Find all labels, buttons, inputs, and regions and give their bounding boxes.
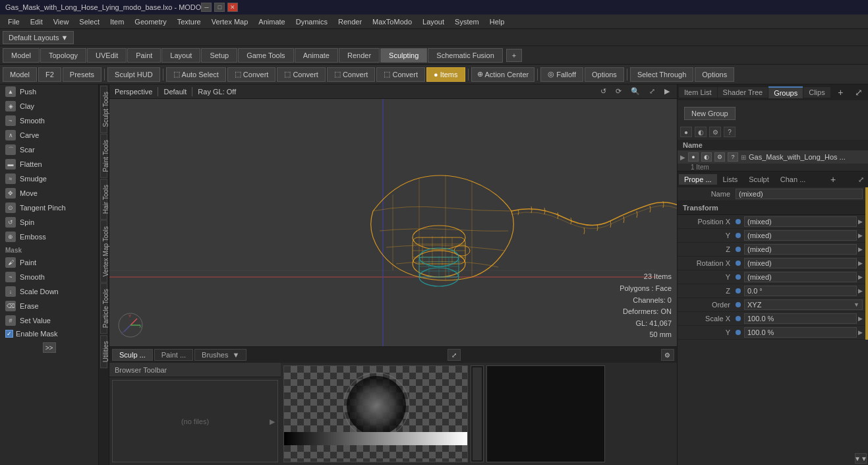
tab-lists[interactable]: Lists — [718, 174, 743, 185]
prop-pos-x-value[interactable]: (mixed) — [744, 216, 857, 227]
tab-item-list[interactable]: Item List — [679, 87, 717, 98]
menu-maxtomodo[interactable]: MaxToModo — [367, 16, 417, 27]
tab-layout[interactable]: Layout — [161, 48, 200, 63]
vp-icon1[interactable]: ↺ — [598, 87, 608, 96]
expand-tools-button[interactable]: >> — [43, 342, 56, 353]
settings-tab-button[interactable]: ⚙ — [661, 349, 674, 361]
menu-geometry[interactable]: Geometry — [129, 16, 171, 27]
tab-clips[interactable]: Clips — [803, 87, 830, 98]
side-tab-paint[interactable]: Paint Tools — [100, 134, 107, 178]
tool-spin[interactable]: ↺ Spin — [0, 215, 98, 230]
prop-order-value[interactable]: XYZ ▼ — [744, 299, 863, 310]
group-vis-btn4[interactable]: ? — [728, 152, 738, 162]
tab-sculpting[interactable]: Sculpting — [380, 48, 427, 63]
group-icon-btn2[interactable]: ◐ — [695, 127, 707, 137]
viewport[interactable]: Perspective Default Ray GL: Off ↺ ⟳ 🔍 ⤢ … — [109, 84, 677, 346]
close-button[interactable]: ✕ — [227, 3, 238, 12]
group-icon-btn1[interactable]: ● — [680, 127, 692, 137]
tool-push[interactable]: ▲ Push — [0, 84, 98, 99]
group-vis-btn1[interactable]: ● — [688, 152, 699, 162]
tool-set-value[interactable]: # Set Value — [0, 313, 98, 328]
vp-icon3[interactable]: 🔍 — [629, 87, 642, 96]
side-tab-vertexmap[interactable]: Vertex Map Tools — [100, 220, 107, 283]
model-button[interactable]: Model — [3, 67, 37, 82]
menu-select[interactable]: Select — [74, 16, 105, 27]
group-icon-btn3[interactable]: ⚙ — [709, 127, 721, 137]
default-layouts-button[interactable]: Default Layouts ▼ — [3, 31, 74, 44]
mask-smooth[interactable]: ~ Smooth — [0, 270, 98, 284]
tab-groups[interactable]: Groups — [768, 86, 803, 98]
prop-scale-x-value[interactable]: 100.0 % — [744, 313, 857, 324]
prop-name-value[interactable]: (mixed) — [736, 189, 863, 199]
tool-carve[interactable]: ∧ Carve — [0, 128, 98, 142]
vp-icon4[interactable]: ⤢ — [647, 87, 657, 96]
tab-model[interactable]: Model — [3, 48, 40, 63]
tool-clay[interactable]: ◈ Clay — [0, 99, 98, 113]
prop-rot-y-value[interactable]: (mixed) — [744, 272, 857, 282]
add-props-tab-icon[interactable]: + — [828, 174, 838, 185]
prop-pos-y-value[interactable]: (mixed) — [744, 230, 857, 241]
side-tab-sculpt[interactable]: Sculpt Tools — [100, 86, 107, 133]
enable-mask-checkbox[interactable]: ✓ — [5, 330, 13, 338]
side-tab-particle[interactable]: Particle Tools — [100, 283, 107, 334]
mask-paint[interactable]: 🖌 Paint — [0, 255, 98, 270]
group-vis-btn2[interactable]: ◐ — [701, 152, 712, 162]
menu-view[interactable]: View — [48, 16, 74, 27]
convert-btn3[interactable]: ⬚ Convert — [327, 67, 376, 82]
menu-layout[interactable]: Layout — [417, 16, 449, 27]
tab-uvedit[interactable]: UVEdit — [87, 48, 127, 63]
minimize-button[interactable]: ─ — [201, 3, 212, 12]
menu-item[interactable]: Item — [105, 16, 129, 27]
tool-move[interactable]: ✥ Move — [0, 186, 98, 201]
maximize-button[interactable]: □ — [214, 3, 225, 12]
tab-sculpt[interactable]: Sculpt — [743, 174, 774, 185]
convert-btn2[interactable]: ⬚ Convert — [277, 67, 326, 82]
expand-arrow-icon[interactable]: ▶ — [680, 154, 685, 161]
new-group-button[interactable]: New Group — [684, 107, 736, 120]
expand-panel-icon[interactable]: ⤢ — [851, 86, 867, 99]
tab-topology[interactable]: Topology — [40, 48, 86, 63]
falloff-btn[interactable]: ◎ Falloff — [540, 67, 583, 82]
auto-select-btn[interactable]: ⬚ Auto Select — [166, 67, 226, 82]
tab-chan[interactable]: Chan ... — [775, 174, 811, 185]
tool-erase[interactable]: ⌫ Erase — [0, 299, 98, 313]
menu-edit[interactable]: Edit — [25, 16, 48, 27]
prop-scale-y-value[interactable]: 100.0 % — [744, 327, 857, 338]
tab-paint[interactable]: Paint — [127, 48, 161, 63]
tool-smudge[interactable]: ≈ Smudge — [0, 171, 98, 186]
tool-flatten[interactable]: ▬ Flatten — [0, 157, 98, 171]
menu-animate[interactable]: Animate — [253, 16, 290, 27]
prop-pos-z-value[interactable]: (mixed) — [744, 244, 857, 255]
tab-render[interactable]: Render — [339, 48, 380, 63]
side-tab-utilities[interactable]: Utilities — [100, 335, 107, 368]
mask-scale-down[interactable]: ↓ Scale Down — [0, 284, 98, 299]
options-btn1[interactable]: Options — [585, 67, 624, 82]
group-icon-btn4[interactable]: ? — [724, 127, 736, 137]
convert-btn4[interactable]: ⬚ Convert — [376, 67, 425, 82]
select-through-btn[interactable]: Select Through — [630, 67, 693, 82]
sculpt-hud-btn[interactable]: Sculpt HUD — [107, 67, 159, 82]
side-tab-hair[interactable]: Hair Tools — [100, 179, 107, 220]
sculpt-tab-paint[interactable]: Paint ... — [154, 349, 193, 361]
tool-tangent-pinch[interactable]: ⊙ Tangent Pinch — [0, 201, 98, 215]
enable-mask-toggle[interactable]: ✓ Enable Mask — [0, 328, 98, 340]
scroll-down-button[interactable]: ▼▼ — [855, 453, 867, 464]
tool-emboss[interactable]: ⊕ Emboss — [0, 230, 98, 244]
prop-rot-x-value[interactable]: (mixed) — [744, 258, 857, 268]
menu-help[interactable]: Help — [484, 16, 510, 27]
tool-smooth[interactable]: ~ Smooth — [0, 113, 98, 128]
scrollbar-track[interactable] — [473, 367, 482, 460]
expand-props-icon[interactable]: ⤢ — [855, 175, 867, 184]
add-tab-icon[interactable]: + — [834, 86, 847, 99]
convert-btn1[interactable]: ⬚ Convert — [227, 67, 276, 82]
tab-schematic[interactable]: Schematic Fusion — [428, 48, 502, 63]
vp-icon5[interactable]: ▶ — [662, 87, 672, 96]
presets-button[interactable]: Presets — [63, 67, 101, 82]
menu-dynamics[interactable]: Dynamics — [291, 16, 333, 27]
tab-properties[interactable]: Prope ... — [679, 174, 717, 185]
add-tab-button[interactable]: + — [506, 49, 522, 62]
options-btn2[interactable]: Options — [695, 67, 734, 82]
menu-vertexmap[interactable]: Vertex Map — [206, 16, 254, 27]
tab-animate[interactable]: Animate — [295, 48, 338, 63]
action-center-btn[interactable]: ⊕ Action Center — [471, 67, 535, 82]
